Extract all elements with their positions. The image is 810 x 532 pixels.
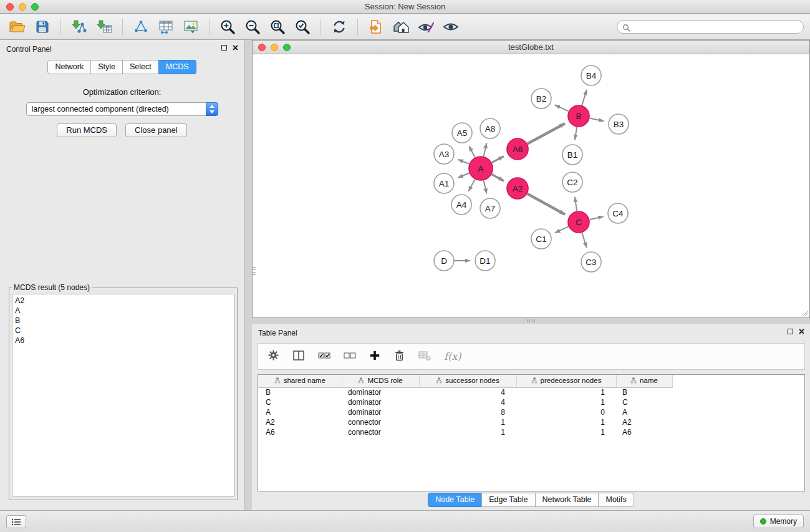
node-B[interactable]: B bbox=[568, 105, 589, 127]
table-cell[interactable]: 1 bbox=[516, 427, 616, 437]
table-cell[interactable]: connector bbox=[342, 417, 419, 427]
network-zoom-button[interactable] bbox=[283, 44, 291, 51]
result-item-a[interactable]: A bbox=[15, 306, 231, 316]
edge-A6-B[interactable] bbox=[528, 123, 565, 144]
column-header-successor-nodes[interactable]: successor nodes bbox=[419, 375, 516, 387]
close-window-button[interactable] bbox=[6, 3, 14, 11]
node-B3[interactable]: B3 bbox=[609, 114, 629, 134]
node-C3[interactable]: C3 bbox=[581, 252, 601, 272]
add-button[interactable] bbox=[369, 350, 380, 364]
save-button[interactable] bbox=[30, 16, 55, 37]
node-B2[interactable]: B2 bbox=[531, 89, 551, 109]
network-minimize-button[interactable] bbox=[271, 44, 278, 51]
edge-C-C3[interactable] bbox=[582, 233, 586, 248]
memory-button[interactable]: Memory bbox=[753, 515, 804, 528]
node-D1[interactable]: D1 bbox=[475, 251, 495, 271]
column-header-mcds-role[interactable]: MCDS role bbox=[342, 375, 419, 387]
delete-button[interactable] bbox=[393, 349, 405, 364]
network-canvas[interactable]: AA6A2BCA1A3A4A5A7A8B1B2B3B4C1C2C3C4DD1 bbox=[253, 55, 809, 317]
edge-A-A7[interactable] bbox=[484, 181, 487, 194]
node-A[interactable]: A bbox=[469, 157, 493, 180]
table-cell[interactable]: dominator bbox=[342, 407, 419, 417]
eye-button[interactable] bbox=[438, 16, 463, 37]
table-cell[interactable]: A bbox=[616, 407, 672, 417]
function-builder-button[interactable]: f(x) bbox=[444, 351, 461, 362]
table-row-a2[interactable]: A2connector11A2 bbox=[258, 417, 804, 427]
column-header-name[interactable]: name bbox=[616, 375, 672, 387]
tab-mcds[interactable]: MCDS bbox=[158, 60, 196, 74]
tab-motifs[interactable]: Motifs bbox=[598, 493, 634, 507]
edge-A2-C[interactable] bbox=[528, 194, 565, 215]
result-item-a6[interactable]: A6 bbox=[15, 336, 231, 346]
node-A8[interactable]: A8 bbox=[480, 118, 500, 138]
edge-A-A6[interactable] bbox=[492, 157, 504, 163]
edge-C-C4[interactable] bbox=[590, 216, 604, 220]
table-cell[interactable]: connector bbox=[342, 427, 419, 437]
table-cell[interactable]: dominator bbox=[342, 397, 419, 407]
select-all-button[interactable] bbox=[318, 351, 330, 363]
table-cell[interactable]: 8 bbox=[419, 407, 516, 417]
tab-node-table[interactable]: Node Table bbox=[428, 493, 482, 507]
homes-button[interactable] bbox=[388, 16, 413, 37]
tab-select[interactable]: Select bbox=[122, 60, 159, 74]
zoom-out-button[interactable] bbox=[240, 16, 265, 37]
vertical-splitter-handle[interactable] bbox=[253, 266, 256, 275]
refresh-button[interactable] bbox=[327, 16, 352, 37]
column-selector-button[interactable] bbox=[292, 349, 305, 364]
table-cell[interactable]: A2 bbox=[616, 417, 672, 427]
import-table-button[interactable] bbox=[92, 16, 117, 37]
node-A7[interactable]: A7 bbox=[480, 198, 500, 218]
edge-C-C2[interactable] bbox=[575, 197, 577, 211]
delete-table-button[interactable] bbox=[418, 350, 431, 364]
table-cell[interactable]: dominator bbox=[342, 387, 419, 397]
task-history-button[interactable] bbox=[6, 515, 26, 528]
table-cell[interactable]: C bbox=[616, 397, 672, 407]
table-cell[interactable]: 1 bbox=[419, 427, 516, 437]
tab-network[interactable]: Network bbox=[47, 60, 91, 74]
node-C4[interactable]: C4 bbox=[608, 203, 628, 223]
edge-B-B4[interactable] bbox=[582, 90, 587, 105]
table-row-a[interactable]: Adominator80A bbox=[258, 407, 804, 417]
table-cell[interactable]: 1 bbox=[516, 387, 616, 397]
table-cell[interactable]: 4 bbox=[419, 387, 516, 397]
dropdown-stepper-icon[interactable] bbox=[206, 102, 218, 116]
node-D[interactable]: D bbox=[434, 251, 454, 271]
column-header-predecessor-nodes[interactable]: predecessor nodes bbox=[516, 375, 616, 387]
node-C[interactable]: C bbox=[568, 211, 589, 233]
edge-B-B1[interactable] bbox=[575, 127, 577, 140]
table-cell[interactable]: C bbox=[258, 397, 342, 407]
deselect-all-button[interactable] bbox=[344, 351, 356, 363]
table-cell[interactable]: B bbox=[258, 387, 342, 397]
table-cell[interactable]: 0 bbox=[516, 407, 616, 417]
mcds-result-list[interactable]: A2ABCA6 bbox=[12, 294, 234, 496]
network-close-button[interactable] bbox=[258, 44, 266, 51]
close-table-panel-icon[interactable]: × bbox=[799, 328, 804, 335]
open-folder-button[interactable] bbox=[5, 16, 30, 37]
table-cell[interactable]: A bbox=[258, 407, 342, 417]
eye-pencil-button[interactable] bbox=[413, 16, 438, 37]
table-cell[interactable]: 1 bbox=[419, 417, 516, 427]
node-B1[interactable]: B1 bbox=[562, 145, 582, 165]
network-triangle-button[interactable] bbox=[128, 16, 153, 37]
result-item-b[interactable]: B bbox=[15, 316, 231, 326]
result-item-a2[interactable]: A2 bbox=[15, 296, 231, 306]
table-cell[interactable]: A6 bbox=[258, 427, 342, 437]
node-C2[interactable]: C2 bbox=[562, 172, 582, 192]
edge-A-A5[interactable] bbox=[469, 146, 475, 157]
edge-A-A2[interactable] bbox=[492, 175, 504, 181]
minimize-window-button[interactable] bbox=[19, 3, 26, 11]
table-cell[interactable]: 1 bbox=[516, 397, 616, 407]
node-A5[interactable]: A5 bbox=[452, 123, 472, 143]
horizontal-splitter-handle[interactable] bbox=[527, 319, 536, 322]
edge-B-B2[interactable] bbox=[555, 105, 569, 111]
table-cell[interactable]: A2 bbox=[258, 417, 342, 427]
node-A4[interactable]: A4 bbox=[451, 195, 471, 215]
tab-network-table[interactable]: Network Table bbox=[535, 493, 599, 507]
table-cell[interactable]: 1 bbox=[516, 417, 616, 427]
edge-A-A4[interactable] bbox=[468, 180, 475, 191]
export-image-button[interactable] bbox=[178, 16, 203, 37]
table-row-c[interactable]: Cdominator41C bbox=[258, 397, 804, 407]
column-header-shared-name[interactable]: shared name bbox=[258, 375, 342, 387]
result-item-c[interactable]: C bbox=[15, 326, 231, 336]
tab-edge-table[interactable]: Edge Table bbox=[481, 493, 535, 507]
